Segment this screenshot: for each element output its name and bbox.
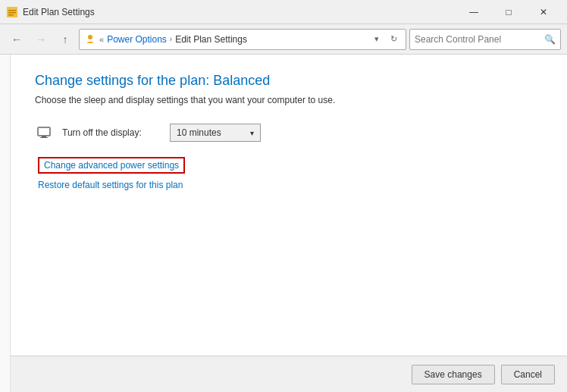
left-sidebar (0, 55, 11, 392)
svg-rect-1 (8, 10, 16, 11)
action-bar: Save changes Cancel (11, 356, 567, 392)
window-controls: — □ ✕ (456, 0, 561, 24)
breadcrumb: « Power Options › Edit Plan Settings (99, 34, 366, 45)
app-icon (6, 6, 18, 18)
main-panel: Change settings for the plan: Balanced C… (11, 55, 567, 392)
breadcrumb-separator: « (99, 35, 104, 44)
svg-point-4 (88, 35, 92, 39)
page-title: Change settings for the plan: Balanced (35, 73, 543, 89)
maximize-button[interactable]: □ (491, 0, 526, 24)
breadcrumb-arrow: › (170, 35, 172, 43)
display-setting-row: Turn off the display: 10 minutes ▾ (35, 124, 543, 142)
restore-defaults-link[interactable]: Restore default settings for this plan (38, 180, 543, 190)
svg-rect-5 (38, 127, 50, 136)
links-section: Change advanced power settings Restore d… (38, 157, 543, 190)
window-title: Edit Plan Settings (23, 7, 456, 17)
close-button[interactable]: ✕ (526, 0, 561, 24)
advanced-settings-link[interactable]: Change advanced power settings (38, 157, 185, 174)
title-bar: Edit Plan Settings — □ ✕ (0, 0, 567, 24)
up-button[interactable]: ↑ (55, 29, 76, 50)
svg-rect-7 (40, 137, 48, 138)
breadcrumb-power-options[interactable]: Power Options (107, 34, 167, 45)
address-bar-actions: ▾ ↻ (369, 32, 401, 47)
breadcrumb-current: Edit Plan Settings (175, 34, 247, 45)
address-bar: « Power Options › Edit Plan Settings ▾ ↻ (79, 29, 406, 50)
page-subtitle: Choose the sleep and display settings th… (35, 95, 543, 105)
save-button[interactable]: Save changes (412, 365, 495, 384)
display-icon (35, 124, 53, 142)
display-dropdown[interactable]: 10 minutes ▾ (170, 124, 261, 142)
search-input[interactable] (415, 34, 541, 45)
content-area: Change settings for the plan: Balanced C… (0, 55, 567, 392)
nav-bar: ← → ↑ « Power Options › Edit Plan Settin… (0, 24, 567, 55)
cancel-button[interactable]: Cancel (501, 365, 555, 384)
dropdown-arrow-icon: ▾ (250, 129, 254, 137)
back-button[interactable]: ← (6, 29, 27, 50)
svg-rect-6 (42, 136, 46, 137)
svg-rect-2 (8, 12, 16, 14)
search-icon[interactable]: 🔍 (544, 34, 556, 45)
search-bar: 🔍 (409, 29, 561, 50)
main-content: Change settings for the plan: Balanced C… (11, 55, 567, 356)
dropdown-value: 10 minutes (177, 127, 244, 138)
address-icon (84, 33, 96, 45)
refresh-btn[interactable]: ↻ (386, 32, 401, 47)
forward-button[interactable]: → (30, 29, 52, 50)
minimize-button[interactable]: — (456, 0, 491, 24)
dropdown-arrow-btn[interactable]: ▾ (369, 32, 384, 47)
svg-rect-3 (8, 14, 14, 16)
display-label: Turn off the display: (62, 127, 161, 138)
